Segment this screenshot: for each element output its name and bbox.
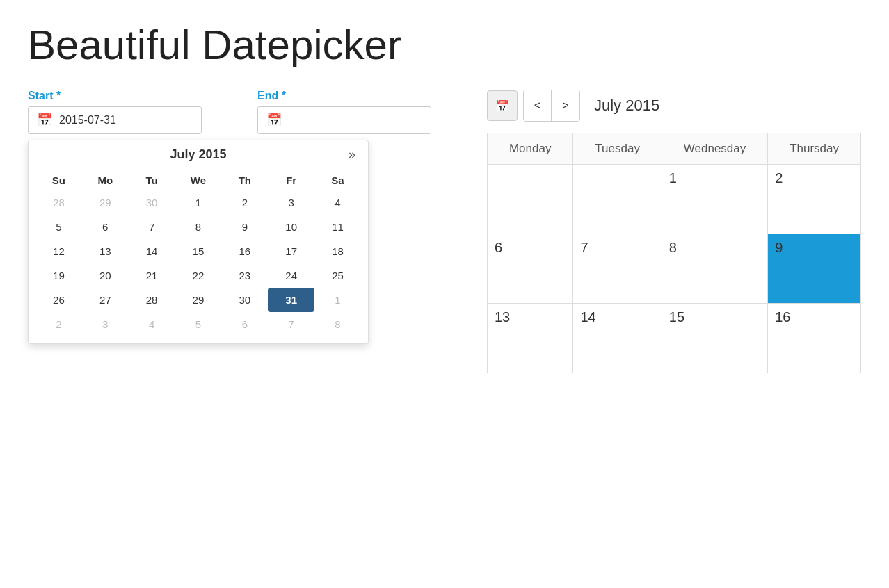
big-calendar-cell[interactable]: 7 [573,234,662,304]
datepicker-day[interactable]: 12 [35,239,82,263]
start-field-group: Start * 📅 2015-07-31 [28,90,202,134]
datepicker-day[interactable]: 28 [129,288,175,312]
big-calendar: MondayTuesdayWednesdayThursday 126789131… [487,133,861,373]
datepicker-day[interactable]: 6 [82,215,129,239]
big-calendar-day-number: 14 [580,309,595,325]
datepicker-day[interactable]: 20 [82,263,129,288]
big-calendar-weekday: Monday [488,133,573,165]
datepicker-day[interactable]: 2 [221,190,268,215]
big-calendar-cell[interactable] [573,165,662,234]
datepicker-week-row: 19202122232425 [35,263,361,288]
datepicker-day[interactable]: 7 [268,312,314,336]
datepicker-day[interactable]: 27 [82,288,129,312]
datepicker-day[interactable]: 14 [129,239,175,263]
calendar-nav-group: < > [523,90,580,122]
datepicker-day[interactable]: 16 [221,239,268,263]
datepicker-weekday: Th [221,170,268,190]
datepicker-day[interactable]: 23 [221,263,268,288]
datepicker-day[interactable]: 3 [268,190,314,215]
big-calendar-cell[interactable]: 13 [488,304,573,373]
datepicker-day[interactable]: 15 [175,239,222,263]
end-field-group: End * 📅 [257,90,431,134]
datepicker-day[interactable]: 19 [35,263,82,288]
calendar-month-year: July 2015 [594,97,659,115]
datepicker-weekday: Sa [314,170,361,190]
datepicker-day[interactable]: 29 [175,288,222,312]
datepicker-day[interactable]: 26 [35,288,82,312]
datepicker-day[interactable]: 21 [129,263,175,288]
datepicker-day[interactable]: 18 [314,239,361,263]
datepicker-day[interactable]: 4 [314,190,361,215]
datepicker-day[interactable]: 5 [35,215,82,239]
datepicker-day[interactable]: 3 [82,312,129,336]
datepicker-weeks-body: 2829301234567891011121314151617181920212… [35,190,361,336]
big-calendar-cell[interactable]: 9 [768,234,861,304]
datepicker-day[interactable]: 24 [268,263,314,288]
datepicker-weekday: We [175,170,222,190]
datepicker-weekday: Fr [268,170,314,190]
big-calendar-cell[interactable]: 6 [488,234,573,304]
datepicker-day[interactable]: 31 [268,288,314,312]
big-calendar-cell[interactable]: 15 [662,304,767,373]
datepicker-day[interactable]: 30 [129,190,175,215]
end-label: End * [257,90,431,102]
datepicker-week-row: 2829301234 [35,190,361,215]
big-calendar-cell[interactable]: 2 [768,165,861,234]
datepicker-weekday: Tu [129,170,175,190]
datepicker-day[interactable]: 22 [175,263,222,288]
end-calendar-icon: 📅 [266,113,282,128]
datepicker-day[interactable]: 7 [129,215,175,239]
start-date-value: 2015-07-31 [59,114,116,126]
datepicker-day[interactable]: 9 [221,215,268,239]
datepicker-day[interactable]: 6 [221,312,268,336]
datepicker-weekday: Mo [82,170,129,190]
datepicker-day[interactable]: 11 [314,215,361,239]
big-calendar-day-number: 6 [495,240,502,255]
big-calendar-cell[interactable]: 8 [662,234,767,304]
datepicker-grid: SuMoTuWeThFrSa 2829301234567891011121314… [35,170,361,336]
big-calendar-weekdays: MondayTuesdayWednesdayThursday [488,133,861,165]
datepicker-day[interactable]: 29 [82,190,129,215]
big-calendar-cell[interactable]: 16 [768,304,861,373]
datepicker-week-row: 12131415161718 [35,239,361,263]
big-calendar-day-number: 8 [669,240,677,255]
datepicker-day[interactable]: 10 [268,215,314,239]
datepicker-day[interactable]: 5 [175,312,222,336]
datepicker-day[interactable]: 1 [314,288,361,312]
page-title: Beautiful Datepicker [28,21,861,69]
calendar-controls: 📅 < > July 2015 [487,90,861,122]
big-calendar-weekday: Thursday [768,133,861,165]
datepicker-day[interactable]: 8 [314,312,361,336]
big-calendar-cell[interactable]: 14 [573,304,662,373]
big-calendar-day-number: 16 [775,309,790,325]
calendar-next-btn[interactable]: > [552,90,579,121]
datepicker-header: July 2015 » [35,147,361,162]
big-calendar-week-row: 12 [488,165,861,234]
datepicker-day[interactable]: 17 [268,239,314,263]
start-calendar-icon: 📅 [37,113,52,128]
datepicker-next-btn[interactable]: » [343,145,361,165]
big-calendar-day-number: 7 [580,240,588,255]
big-calendar-cell[interactable]: 1 [662,165,767,234]
big-calendar-weekday: Wednesday [662,133,767,165]
end-date-input[interactable]: 📅 [257,106,431,134]
datepicker-day[interactable]: 13 [82,239,129,263]
datepicker-day[interactable]: 2 [35,312,82,336]
datepicker-day[interactable]: 25 [314,263,361,288]
big-calendar-cell[interactable] [488,165,573,234]
start-date-input[interactable]: 📅 2015-07-31 [28,106,202,134]
datepicker-day[interactable]: 1 [175,190,222,215]
calendar-prev-btn[interactable]: < [524,90,552,121]
calendar-grid-icon-btn[interactable]: 📅 [487,90,518,121]
big-calendar-body: 12678913141516 [488,165,861,373]
datepicker-day[interactable]: 28 [35,190,82,215]
datepicker-day[interactable]: 30 [221,288,268,312]
datepicker-dropdown: July 2015 » SuMoTuWeThFrSa 2829301234567… [28,140,369,344]
datepicker-day[interactable]: 4 [129,312,175,336]
big-calendar-day-number: 1 [669,170,677,186]
big-calendar-day-number: 9 [775,240,783,255]
datepicker-week-row: 2345678 [35,312,361,336]
datepicker-week-row: 2627282930311 [35,288,361,312]
big-calendar-week-row: 13141516 [488,304,861,373]
datepicker-day[interactable]: 8 [175,215,222,239]
